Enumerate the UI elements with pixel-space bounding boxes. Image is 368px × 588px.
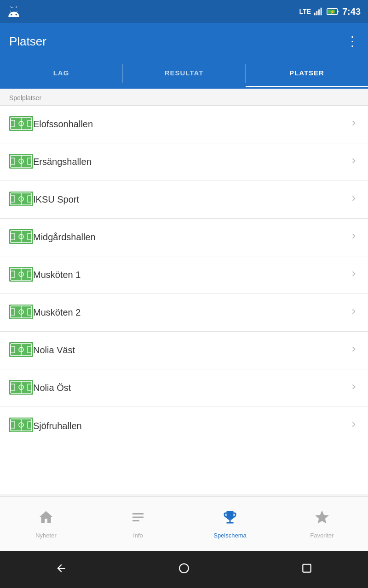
tab-platser[interactable]: PLATSER <box>246 60 368 87</box>
list-item[interactable]: Elofssonhallen <box>0 106 368 143</box>
list-item[interactable]: Sjöfruhallen <box>0 407 368 445</box>
venue-icon <box>9 192 33 208</box>
venue-icon <box>9 418 33 434</box>
home-button[interactable] <box>178 562 190 577</box>
svg-point-66 <box>179 564 189 573</box>
field-icon <box>9 116 33 131</box>
venue-icon <box>9 342 33 359</box>
venue-icon <box>9 305 33 321</box>
field-icon <box>9 267 33 282</box>
venue-name: Nolia Öst <box>33 383 349 393</box>
time-display: 7:43 <box>342 6 361 17</box>
info-label: Info <box>133 532 143 539</box>
venue-icon <box>9 154 33 170</box>
nav-item-favoriter[interactable]: Favoriter <box>276 497 368 551</box>
app-bar: Platser ⋮ <box>0 23 368 60</box>
tabs-container: LAG RESULTAT PLATSER <box>0 60 368 89</box>
field-icon <box>9 229 33 244</box>
chevron-right-icon <box>349 419 359 432</box>
status-bar: LTE ⚡ 7:43 <box>0 0 368 23</box>
lte-icon: LTE <box>299 8 311 15</box>
chevron-right-icon <box>349 156 359 169</box>
field-icon <box>9 154 33 169</box>
page-title: Platser <box>9 34 46 49</box>
list-item[interactable]: IKSU Sport <box>0 181 368 219</box>
svg-point-56 <box>21 386 22 387</box>
tab-lag[interactable]: LAG <box>0 60 122 87</box>
svg-point-14 <box>21 160 22 161</box>
android-icon <box>7 4 20 19</box>
svg-text:⚡: ⚡ <box>330 9 335 15</box>
svg-point-7 <box>21 123 22 124</box>
list-item[interactable]: Midgårdshallen <box>0 219 368 256</box>
venue-name: Sjöfruhallen <box>33 421 349 431</box>
field-icon <box>9 192 33 206</box>
field-icon <box>9 342 33 357</box>
venue-name: Midgårdshallen <box>33 232 349 243</box>
venue-icon <box>9 229 33 246</box>
chevron-right-icon <box>349 269 359 282</box>
nav-item-info[interactable]: Info <box>92 497 184 551</box>
list-item[interactable]: Musköten 2 <box>0 294 368 332</box>
trophy-icon <box>222 509 238 529</box>
chevron-right-icon <box>349 382 359 395</box>
status-bar-right: LTE ⚡ 7:43 <box>299 6 361 17</box>
list-item[interactable]: Nolia Öst <box>0 369 368 407</box>
list-item[interactable]: Nolia Väst <box>0 332 368 369</box>
chevron-right-icon <box>349 344 359 357</box>
venue-name: Nolia Väst <box>33 345 349 356</box>
venue-icon <box>9 116 33 133</box>
venue-name: Elofssonhallen <box>33 119 349 130</box>
signal-icon <box>314 7 324 16</box>
venue-name: Musköten 1 <box>33 270 349 280</box>
svg-point-42 <box>21 311 22 312</box>
section-label: Spelplatser <box>0 89 368 105</box>
chevron-right-icon <box>349 193 359 206</box>
info-icon <box>130 509 146 529</box>
list-item[interactable]: Ersängshallen <box>0 143 368 181</box>
nav-item-spelschema[interactable]: Spelschema <box>184 497 276 551</box>
venue-name: Ersängshallen <box>33 157 349 167</box>
field-icon <box>9 305 33 319</box>
svg-point-21 <box>21 198 22 199</box>
chevron-right-icon <box>349 118 359 131</box>
bottom-nav: Nyheter Info Spelschema Favoriter <box>0 496 368 551</box>
field-icon <box>9 418 33 432</box>
venue-list: Elofssonhallen Ersängshallen <box>0 105 368 494</box>
chevron-right-icon <box>349 306 359 319</box>
star-icon <box>314 509 330 529</box>
nyheter-label: Nyheter <box>35 532 57 539</box>
nav-item-nyheter[interactable]: Nyheter <box>0 497 92 551</box>
favoriter-label: Favoriter <box>310 532 334 539</box>
spelschema-label: Spelschema <box>213 532 247 539</box>
svg-point-35 <box>21 273 22 274</box>
venue-icon <box>9 267 33 283</box>
system-nav-bar <box>0 551 368 588</box>
chevron-right-icon <box>349 231 359 244</box>
venue-name: Musköten 2 <box>33 307 349 318</box>
svg-point-63 <box>21 424 22 425</box>
field-icon <box>9 380 33 395</box>
svg-point-28 <box>21 236 22 237</box>
recents-button[interactable] <box>301 562 313 577</box>
svg-point-49 <box>21 349 22 350</box>
list-item[interactable]: Musköten 1 <box>0 256 368 294</box>
venue-name: IKSU Sport <box>33 194 349 205</box>
more-options-icon[interactable]: ⋮ <box>346 35 359 48</box>
venue-icon <box>9 380 33 396</box>
battery-icon: ⚡ <box>327 8 339 15</box>
svg-rect-67 <box>303 564 310 572</box>
back-button[interactable] <box>55 562 67 577</box>
house-icon <box>38 509 54 529</box>
tab-resultat[interactable]: RESULTAT <box>123 60 245 87</box>
